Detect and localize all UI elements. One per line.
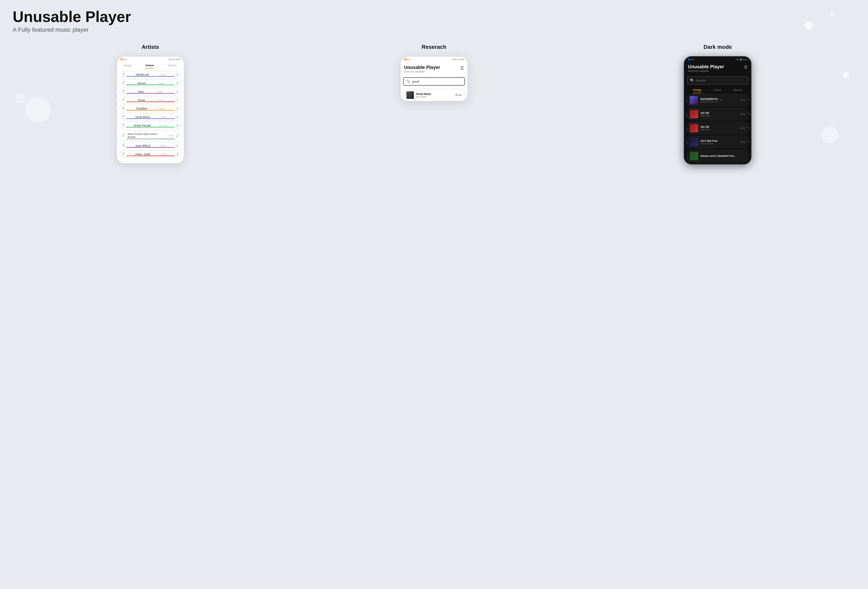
artist-underline bbox=[126, 76, 175, 77]
artists-section: Artists 📶 ♥ O 71% 🔋 15:10 Song bbox=[13, 44, 288, 164]
row-left-icon bbox=[686, 112, 689, 115]
status-bar-left: 📶 ♥ O bbox=[688, 59, 694, 61]
dark-song-row[interactable]: Ain't Shit Free Green Piccolo 03:16 bbox=[687, 136, 748, 148]
search-app-title: Unusable Player bbox=[404, 65, 440, 70]
artist-underline bbox=[126, 118, 175, 119]
dark-phone: 📶 ♥ O 71% 🔋 15:13 Unusable Player Sexy b… bbox=[684, 56, 751, 164]
phones-container: Artists 📶 ♥ O 71% 🔋 15:10 Song bbox=[13, 44, 855, 164]
song-text: 101 FM Little Simz bbox=[700, 126, 710, 131]
dark-search-icon: 🔍 bbox=[690, 78, 694, 83]
dark-search-bar[interactable]: 🔍 Search bbox=[687, 76, 748, 84]
artist-info: Fluidified bbox=[136, 107, 147, 110]
artist-row[interactable]: Fluidified 5 songs bbox=[120, 105, 181, 112]
dark-tab-albums[interactable]: Albums bbox=[731, 87, 744, 92]
status-bar-right: 71% 🔋 15:10 bbox=[452, 58, 464, 61]
dark-label: Dark mode bbox=[704, 44, 732, 50]
search-icon: 🔍 bbox=[406, 80, 410, 83]
tab-songs[interactable]: Songs bbox=[121, 63, 134, 68]
page-title: Unusable Player bbox=[13, 9, 855, 25]
signal-icon: 📶 bbox=[404, 58, 406, 61]
row-right-icon bbox=[174, 81, 179, 85]
row-right-icon bbox=[174, 152, 179, 156]
dark-song-list: $UICIDEBOY$ - ... Smooth S o u n d s 02:… bbox=[685, 94, 751, 162]
artist-underline bbox=[126, 147, 175, 148]
row-right-icon bbox=[174, 98, 179, 102]
artist-info: Green Piccolo, Ryan Celsius Sounds bbox=[128, 133, 165, 139]
dark-song-title: Ain't Shit Free bbox=[700, 139, 717, 142]
dark-tab-artists[interactable]: Artists bbox=[711, 87, 723, 92]
dark-song-title: Always work | Beautiful Chi... bbox=[700, 154, 735, 157]
tab-albums[interactable]: Albums bbox=[165, 63, 179, 68]
dark-song-subtitle: Little Simz bbox=[700, 114, 710, 117]
artist-info: Ennja bbox=[138, 99, 145, 102]
artist-info: dynmk bbox=[137, 81, 146, 85]
artists-label: Artists bbox=[142, 44, 159, 50]
dark-song-row[interactable]: 101 FM Little Simz 03:33 bbox=[687, 108, 748, 120]
artist-underline bbox=[126, 110, 175, 111]
dark-duration: 02:51 bbox=[740, 99, 746, 101]
row-right-icon bbox=[746, 154, 748, 157]
dark-song-title: $UICIDEBOY$ - ... bbox=[700, 98, 722, 101]
row-right-icon bbox=[174, 115, 179, 119]
battery-status: 71% 🔋 15:13 bbox=[735, 59, 748, 61]
dark-tab-songs[interactable]: Songs bbox=[691, 87, 704, 92]
artist-row[interactable]: Juice WRLD 1 song bbox=[120, 142, 181, 149]
song-text: Always work | Beautiful Chi... bbox=[700, 154, 735, 157]
row-right-icon bbox=[174, 90, 179, 94]
dark-song-info: 101 FM Little Simz bbox=[690, 110, 710, 118]
row-left-icon bbox=[687, 154, 689, 157]
dark-song-row[interactable]: 101 FM Little Simz 03:33 bbox=[687, 122, 748, 134]
dark-song-row[interactable]: Always work | Beautiful Chi... bbox=[687, 150, 748, 162]
artist-underline bbox=[126, 155, 175, 156]
page-header: Unusable Player A Fully featured music p… bbox=[13, 9, 855, 33]
artist-underline bbox=[126, 93, 175, 94]
row-right-icon bbox=[746, 112, 749, 115]
signal-icon: 📶 bbox=[688, 59, 690, 61]
search-bar[interactable]: 🔍 good bbox=[403, 77, 465, 86]
artist-row[interactable]: Good Music 1 song bbox=[120, 113, 181, 120]
artist-row[interactable]: Green Piccolo, Ryan Celsius Sounds 1 son… bbox=[120, 130, 181, 141]
artist-underline bbox=[126, 101, 175, 102]
artist-list: DROELOE 1 song dynmk 1 song bbox=[117, 71, 184, 163]
row-left-icon bbox=[686, 141, 689, 144]
menu-icon[interactable]: ☰ bbox=[460, 65, 464, 71]
result-artist: Mac Miller bbox=[416, 96, 431, 98]
status-bar-dark: 📶 ♥ O 71% 🔋 15:13 bbox=[685, 57, 751, 62]
artist-info: Good Music bbox=[135, 115, 150, 118]
signal-icon: 📶 bbox=[120, 58, 123, 61]
artist-row[interactable]: Ennja 1 song bbox=[120, 96, 181, 104]
artist-info: Juice WRLD bbox=[135, 144, 151, 147]
song-thumbnail bbox=[690, 96, 698, 104]
search-input-value: good bbox=[412, 80, 419, 83]
artist-row[interactable]: Green Piccolo 12 songs bbox=[120, 122, 181, 129]
dark-menu-icon[interactable]: ☰ bbox=[744, 65, 747, 70]
artist-row[interactable]: Else 1 song bbox=[120, 88, 181, 95]
dark-song-info: $UICIDEBOY$ - ... Smooth S o u n d s bbox=[690, 96, 722, 104]
artist-row[interactable]: dynmk 1 song bbox=[120, 80, 181, 87]
tab-artists[interactable]: Artists bbox=[143, 63, 156, 68]
dark-tab-bar: Songs Artists Albums bbox=[687, 87, 748, 94]
row-right-icon bbox=[746, 141, 749, 144]
status-bar-left: 📶 ♥ O bbox=[404, 58, 410, 61]
tab-bar-artists: Songs Artists Albums bbox=[117, 61, 184, 69]
dark-song-title: 101 FM bbox=[700, 112, 710, 114]
dark-song-row[interactable]: $UICIDEBOY$ - ... Smooth S o u n d s 02:… bbox=[687, 94, 748, 106]
artist-row[interactable]: Julian, Julián 1 song bbox=[120, 151, 181, 158]
song-thumbnail bbox=[690, 110, 698, 118]
row-right-icon bbox=[174, 144, 179, 148]
artist-underline bbox=[126, 127, 175, 127]
artist-info: DROELOE bbox=[136, 73, 149, 76]
result-duration: 05:42 bbox=[455, 94, 462, 96]
song-thumbnail bbox=[690, 152, 698, 160]
dark-song-info: Ain't Shit Free Green Piccolo bbox=[690, 138, 717, 146]
row-right-icon bbox=[174, 107, 179, 111]
search-result-row[interactable]: Good News Mac Miller 05:42 bbox=[403, 89, 465, 101]
dark-duration: 03:16 bbox=[740, 141, 746, 143]
artist-row[interactable]: DROELOE 1 song bbox=[120, 71, 181, 78]
row-right-icon bbox=[746, 99, 749, 102]
wifi-icon: ♥ bbox=[407, 58, 408, 61]
song-thumbnail bbox=[690, 138, 698, 146]
data-icon: O bbox=[125, 58, 127, 61]
page-subtitle: A Fully featured music player bbox=[13, 27, 855, 33]
dark-song-info: Always work | Beautiful Chi... bbox=[690, 152, 735, 160]
